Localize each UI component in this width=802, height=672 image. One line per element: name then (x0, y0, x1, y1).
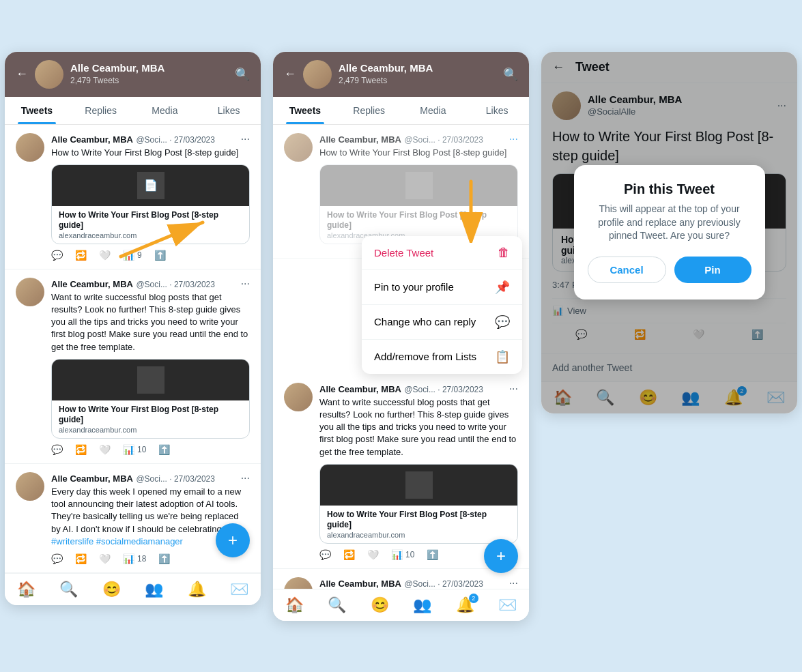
bottom-nav-1: 🏠 🔍 😊 👥 🔔 ✉️ (5, 573, 261, 605)
dropdown-delete[interactable]: Delete Tweet 🗑 (362, 236, 522, 270)
tweet-more-3[interactable]: ··· (241, 472, 250, 484)
tweet-card-img-2 (52, 360, 249, 400)
nav-search-2[interactable]: 🔍 (328, 596, 346, 614)
compose-button-2[interactable]: + (484, 539, 518, 573)
header-avatar-2 (303, 60, 332, 89)
views-action-1[interactable]: 📊9 (123, 250, 142, 261)
tweet-card-domain-1: alexandraceambur.com (59, 231, 242, 239)
pin-icon: 📌 (495, 280, 510, 295)
header-info-2: Alle Ceambur, MBA 2,479 Tweets (339, 62, 433, 86)
svg-rect-4 (405, 172, 433, 199)
search-icon-1[interactable]: 🔍 (235, 67, 250, 82)
tweet-avatar-2-1 (284, 133, 313, 162)
nav-people-1[interactable]: 👥 (145, 581, 163, 598)
header-avatar-1 (35, 60, 63, 89)
views-action-3[interactable]: 📊18 (123, 553, 146, 564)
tweet-date-2-1: @Soci... · 27/03/2023 (404, 135, 483, 145)
tweet-item-2-2: Alle Ceambur, MBA @Soci... · 27/03/2023 … (273, 375, 529, 569)
dropdown-pin[interactable]: Pin to your profile 📌 (362, 270, 522, 305)
share-action-3[interactable]: ⬆️ (158, 553, 170, 564)
back-button-2[interactable]: ← (284, 67, 296, 81)
tab-media-1[interactable]: Media (133, 97, 197, 124)
like-action-3[interactable]: 🤍 (99, 553, 111, 564)
tweet-card-2[interactable]: How to Write Your First Blog Post [8-ste… (51, 359, 250, 439)
pin-label: Pin to your profile (374, 281, 454, 293)
tab-tweets-1[interactable]: Tweets (5, 97, 69, 124)
svg-rect-5 (405, 471, 433, 499)
tweet-actions-2: 💬 🔁 🤍 📊10 ⬆️ (51, 444, 250, 455)
tweet-card-1[interactable]: 📄 How to Write Your First Blog Post [8-s… (51, 164, 250, 244)
tweet-content-1: Alle Ceambur, MBA @Soci... · 27/03/2023 … (51, 133, 250, 261)
tweet-more-1[interactable]: ··· (241, 133, 250, 145)
tweet-author-2: Alle Ceambur, MBA (51, 279, 133, 289)
comment-action-2[interactable]: 💬 (51, 444, 63, 455)
nav-bell-1[interactable]: 🔔 (188, 581, 206, 598)
tweet-text-2-2: Want to write successful blog posts that… (319, 396, 518, 458)
retweet-action-1[interactable]: 🔁 (75, 250, 87, 261)
tweet-more-2-2[interactable]: ··· (509, 383, 518, 395)
dropdown-menu: Delete Tweet 🗑 Pin to your profile 📌 Cha… (362, 236, 522, 374)
tweet-text-2: Want to write successful blog posts that… (51, 291, 250, 353)
compose-button-1[interactable]: + (216, 523, 250, 557)
share-action-2[interactable]: ⬆️ (158, 444, 170, 455)
delete-icon: 🗑 (498, 246, 510, 260)
back-button-1[interactable]: ← (16, 67, 28, 81)
tabs-2: Tweets Replies Media Likes (273, 97, 529, 125)
screen1: ← Alle Ceambur, MBA 2,479 Tweets 🔍 Tweet… (5, 52, 261, 605)
tab-tweets-2[interactable]: Tweets (273, 97, 337, 124)
tweet-avatar-1 (16, 133, 44, 162)
bottom-nav-2: 🏠 🔍 😊 👥 🔔2 ✉️ (273, 589, 529, 621)
lists-label: Add/remove from Lists (374, 351, 476, 362)
tweet-item-2: Alle Ceambur, MBA @Soci... · 27/03/2023 … (5, 269, 261, 464)
nav-bell-2[interactable]: 🔔2 (456, 596, 474, 614)
nav-home-1[interactable]: 🏠 (17, 581, 35, 598)
dropdown-reply[interactable]: Change who can reply 💬 (362, 305, 522, 340)
tweet-more-2[interactable]: ··· (241, 278, 250, 290)
tab-replies-2[interactable]: Replies (337, 97, 401, 124)
header-info-1: Alle Ceambur, MBA 2,479 Tweets (70, 62, 164, 86)
tweet-item-1: Alle Ceambur, MBA @Soci... · 27/03/2023 … (5, 125, 261, 269)
pin-confirm-button[interactable]: Pin (674, 257, 751, 283)
tweet-card-title-1: How to Write Your First Blog Post [8-ste… (59, 210, 242, 231)
share-action-1[interactable]: ⬆️ (154, 250, 166, 261)
comment-action-1[interactable]: 💬 (51, 250, 63, 261)
tweet-card-domain-2: alexandraceambur.com (59, 426, 242, 434)
tweet-date-1: @Soci... · 27/03/2023 (136, 135, 215, 145)
tabs-1: Tweets Replies Media Likes (5, 97, 261, 125)
tweet-text-2-1: How to Write Your First Blog Post [8-ste… (319, 147, 518, 159)
search-icon-2[interactable]: 🔍 (503, 67, 518, 82)
nav-mail-1[interactable]: ✉️ (230, 581, 248, 598)
views-action-2[interactable]: 📊10 (123, 444, 146, 455)
nav-people-2[interactable]: 👥 (413, 596, 431, 614)
nav-home-2[interactable]: 🏠 (285, 596, 304, 614)
lists-icon: 📋 (495, 349, 510, 364)
retweet-action-2[interactable]: 🔁 (75, 444, 87, 455)
nav-emoji-2[interactable]: 😊 (371, 596, 389, 614)
tab-likes-1[interactable]: Likes (197, 97, 261, 124)
nav-search-1[interactable]: 🔍 (59, 581, 78, 598)
nav-emoji-1[interactable]: 😊 (102, 581, 121, 598)
comment-action-3[interactable]: 💬 (51, 553, 63, 564)
reply-label: Change who can reply (374, 316, 476, 327)
tweet-more-2-1[interactable]: ··· (509, 133, 518, 145)
like-action-1[interactable]: 🤍 (99, 250, 111, 261)
tweet-content-2: Alle Ceambur, MBA @Soci... · 27/03/2023 … (51, 278, 250, 455)
pin-modal: Pin this Tweet This will appear at the t… (574, 165, 765, 300)
retweet-action-3[interactable]: 🔁 (75, 553, 87, 564)
dropdown-lists[interactable]: Add/remove from Lists 📋 (362, 340, 522, 374)
screen2: ← Alle Ceambur, MBA 2,479 Tweets 🔍 Tweet… (273, 52, 529, 621)
header-title-2: Alle Ceambur, MBA (339, 62, 433, 74)
tweet-author-2-1: Alle Ceambur, MBA (319, 134, 401, 145)
tweet-author-2-2: Alle Ceambur, MBA (319, 384, 401, 394)
header-title-1: Alle Ceambur, MBA (70, 62, 164, 74)
svg-rect-2 (137, 366, 164, 394)
tweet-card-title-2: How to Write Your First Blog Post [8-ste… (59, 405, 242, 426)
tweet-date-2-2: @Soci... · 27/03/2023 (404, 385, 483, 394)
screen1-header: ← Alle Ceambur, MBA 2,479 Tweets 🔍 (5, 52, 261, 97)
pin-cancel-button[interactable]: Cancel (588, 257, 666, 283)
tab-media-2[interactable]: Media (401, 97, 466, 124)
tab-replies-1[interactable]: Replies (69, 97, 133, 124)
like-action-2[interactable]: 🤍 (99, 444, 111, 455)
nav-mail-2[interactable]: ✉️ (498, 596, 517, 614)
tab-likes-2[interactable]: Likes (465, 97, 529, 124)
